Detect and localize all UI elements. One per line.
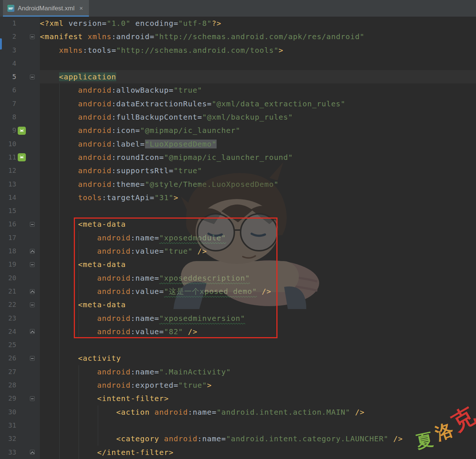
code-text[interactable]: android:dataExtractionRules="@xml/data_e…: [40, 97, 345, 110]
code-line[interactable]: 27 android:name=".MainActivity": [0, 365, 476, 378]
gutter-cell[interactable]: 17: [0, 231, 40, 244]
code-text[interactable]: android:name="xposedmodule": [40, 231, 226, 244]
gutter-cell[interactable]: 11: [0, 151, 40, 164]
gutter-cell[interactable]: 10: [0, 137, 40, 151]
code-text[interactable]: android:name=".MainActivity": [40, 365, 231, 378]
code-line[interactable]: 16 <meta-data: [0, 217, 476, 231]
gutter-cell[interactable]: 33: [0, 446, 40, 459]
code-text[interactable]: android:roundIcon="@mipmap/ic_launcher_r…: [40, 151, 293, 164]
code-line[interactable]: 4: [0, 57, 476, 70]
code-text[interactable]: <action android:name="android.intent.act…: [40, 405, 365, 419]
gutter-cell[interactable]: 3: [0, 44, 40, 57]
code-line[interactable]: 9 android:icon="@mipmap/ic_launcher": [0, 124, 476, 137]
fold-end-icon[interactable]: [27, 249, 37, 254]
code-text[interactable]: <intent-filter>: [40, 392, 169, 405]
gutter-cell[interactable]: 18: [0, 244, 40, 258]
code-line[interactable]: 18 android:value="true" />: [0, 244, 476, 258]
gutter-cell[interactable]: 29: [0, 392, 40, 405]
android-launcher-icon[interactable]: [16, 127, 27, 135]
fold-start-icon[interactable]: [27, 75, 37, 79]
code-text[interactable]: <category android:name="android.intent.c…: [40, 432, 403, 445]
gutter-cell[interactable]: 27: [0, 365, 40, 378]
code-line[interactable]: 33 </intent-filter>: [0, 446, 476, 459]
code-line[interactable]: 21 android:value="这是一个xposed demo" />: [0, 285, 476, 298]
gutter-cell[interactable]: 30: [0, 405, 40, 419]
gutter-cell[interactable]: 21: [0, 285, 40, 298]
gutter-cell[interactable]: 6: [0, 83, 40, 97]
code-text[interactable]: <meta-data: [40, 298, 126, 311]
fold-start-icon[interactable]: [27, 34, 37, 39]
tab-androidmanifest-xml[interactable]: MF AndroidManifest.xml ×: [3, 0, 89, 17]
code-text[interactable]: android:exported="true">: [40, 378, 212, 392]
code-line[interactable]: 26 <activity: [0, 352, 476, 365]
gutter-cell[interactable]: 16: [0, 217, 40, 231]
fold-end-icon[interactable]: [27, 450, 37, 455]
gutter-cell[interactable]: 12: [0, 164, 40, 177]
code-line[interactable]: 22 <meta-data: [0, 298, 476, 311]
code-line[interactable]: 6 android:allowBackup="true": [0, 83, 476, 97]
gutter-cell[interactable]: 5: [0, 70, 40, 83]
code-line[interactable]: 11 android:roundIcon="@mipmap/ic_launche…: [0, 151, 476, 164]
code-text[interactable]: <application: [40, 70, 116, 83]
code-line[interactable]: 7 android:dataExtractionRules="@xml/data…: [0, 97, 476, 110]
gutter-cell[interactable]: 2: [0, 30, 40, 43]
code-line[interactable]: 24 android:value="82" />: [0, 325, 476, 338]
code-text[interactable]: android:name="xposeddescription": [40, 271, 250, 285]
code-text[interactable]: android:label="LuoXposedDemo": [40, 137, 217, 151]
code-text[interactable]: <meta-data: [40, 217, 126, 231]
code-text[interactable]: android:allowBackup="true": [40, 83, 202, 97]
fold-end-icon[interactable]: [27, 289, 37, 294]
code-text[interactable]: <manifest xmlns:android="http://schemas.…: [40, 30, 365, 43]
code-text[interactable]: android:theme="@style/Theme.LuoXposedDem…: [40, 178, 279, 191]
gutter-cell[interactable]: 9: [0, 124, 40, 137]
code-text[interactable]: android:value="true" />: [40, 244, 207, 258]
code-text[interactable]: android:icon="@mipmap/ic_launcher": [40, 124, 241, 137]
fold-start-icon[interactable]: [27, 222, 37, 227]
code-line[interactable]: 20 android:name="xposeddescription": [0, 271, 476, 285]
code-line[interactable]: 14 tools:targetApi="31">: [0, 191, 476, 204]
tab-close-icon[interactable]: ×: [79, 5, 83, 12]
code-text[interactable]: android:supportsRtl="true": [40, 164, 202, 177]
gutter-cell[interactable]: 7: [0, 97, 40, 110]
gutter-cell[interactable]: 32: [0, 432, 40, 445]
gutter-cell[interactable]: 13: [0, 178, 40, 191]
code-line[interactable]: 13 android:theme="@style/Theme.LuoXposed…: [0, 178, 476, 191]
code-text[interactable]: <activity: [40, 352, 121, 365]
code-line[interactable]: 2<manifest xmlns:android="http://schemas…: [0, 30, 476, 43]
gutter-cell[interactable]: 22: [0, 298, 40, 311]
gutter-cell[interactable]: 25: [0, 338, 40, 352]
gutter-cell[interactable]: 24: [0, 325, 40, 338]
code-line[interactable]: 10 android:label="LuoXposedDemo": [0, 137, 476, 151]
gutter-cell[interactable]: 23: [0, 312, 40, 325]
gutter-cell[interactable]: 20: [0, 271, 40, 285]
code-line[interactable]: 28 android:exported="true">: [0, 378, 476, 392]
code-line[interactable]: 17 android:name="xposedmodule": [0, 231, 476, 244]
code-text[interactable]: <meta-data: [40, 258, 126, 271]
code-text[interactable]: android:fullBackupContent="@xml/backup_r…: [40, 110, 293, 124]
code-text[interactable]: android:value="这是一个xposed demo" />: [40, 285, 271, 298]
code-line[interactable]: 25: [0, 338, 476, 352]
code-line[interactable]: 12 android:supportsRtl="true": [0, 164, 476, 177]
code-line[interactable]: 30 <action android:name="android.intent.…: [0, 405, 476, 419]
gutter-cell[interactable]: 1: [0, 17, 40, 30]
gutter-cell[interactable]: 28: [0, 378, 40, 392]
fold-start-icon[interactable]: [27, 302, 37, 307]
gutter-cell[interactable]: 15: [0, 204, 40, 217]
code-line[interactable]: 15: [0, 204, 476, 217]
fold-start-icon[interactable]: [27, 356, 37, 361]
fold-start-icon[interactable]: [27, 262, 37, 267]
code-text[interactable]: android:name="xposedminversion": [40, 312, 245, 325]
code-line[interactable]: 31: [0, 419, 476, 432]
code-line[interactable]: 29 <intent-filter>: [0, 392, 476, 405]
fold-end-icon[interactable]: [27, 329, 37, 334]
code-text[interactable]: <?xml version="1.0" encoding="utf-8"?>: [40, 17, 221, 30]
code-text[interactable]: </intent-filter>: [40, 446, 173, 459]
gutter-cell[interactable]: 14: [0, 191, 40, 204]
code-line[interactable]: 19 <meta-data: [0, 258, 476, 271]
gutter-cell[interactable]: 31: [0, 419, 40, 432]
gutter-cell[interactable]: 19: [0, 258, 40, 271]
gutter-cell[interactable]: 8: [0, 110, 40, 124]
android-launcher-icon[interactable]: [16, 153, 27, 161]
gutter-cell[interactable]: 4: [0, 57, 40, 70]
code-line[interactable]: 3 xmlns:tools="http://schemas.android.co…: [0, 44, 476, 57]
